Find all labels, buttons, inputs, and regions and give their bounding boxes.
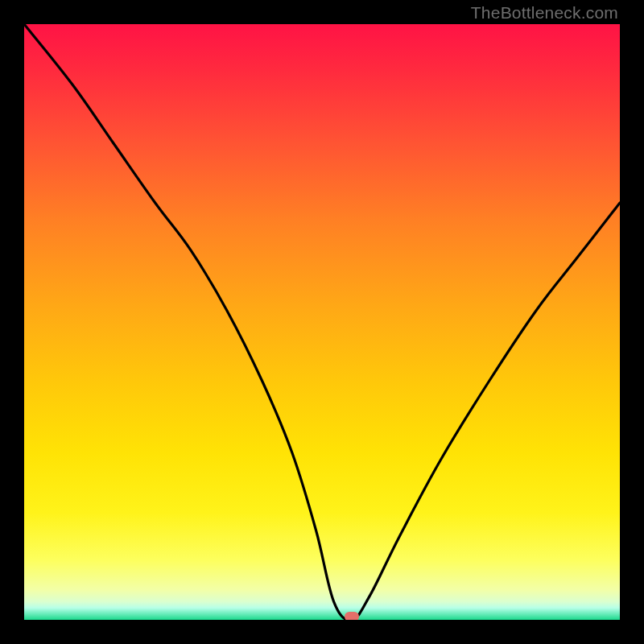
curve-layer bbox=[24, 24, 620, 620]
chart-frame: TheBottleneck.com bbox=[0, 0, 644, 644]
plot-area bbox=[24, 24, 620, 620]
watermark-text: TheBottleneck.com bbox=[471, 3, 618, 23]
optimal-point-marker bbox=[345, 612, 359, 620]
bottleneck-curve bbox=[24, 24, 620, 620]
